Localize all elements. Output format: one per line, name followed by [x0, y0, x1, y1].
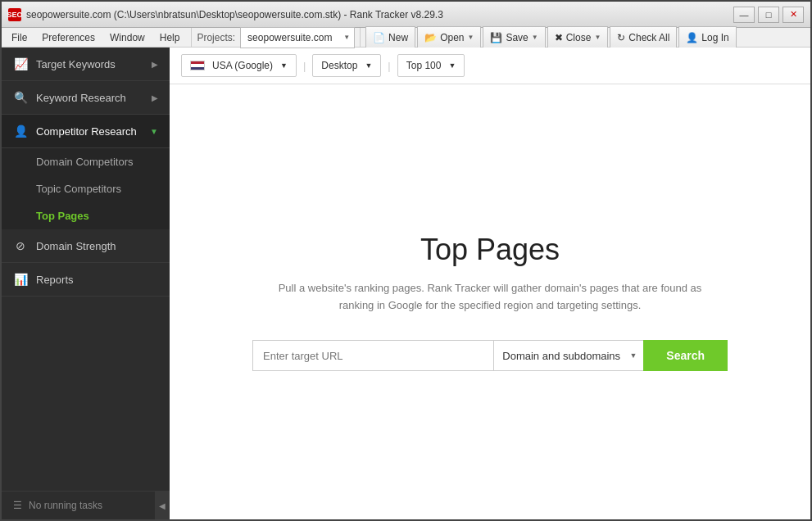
url-input[interactable] [252, 340, 493, 371]
save-arrow: ▼ [532, 34, 538, 41]
region-button[interactable]: USA (Google) ▼ [181, 54, 297, 77]
device-button[interactable]: Desktop ▼ [312, 54, 381, 77]
tasks-icon: ☰ [13, 500, 22, 511]
top-arrow: ▼ [448, 61, 456, 70]
open-button[interactable]: 📂 Open ▼ [417, 26, 481, 49]
search-button[interactable]: Search [643, 340, 728, 371]
menu-toolbar-divider [191, 28, 192, 48]
save-icon: 💾 [490, 32, 502, 43]
sidebar-collapse-button[interactable]: ◀ [155, 492, 170, 519]
minimize-button[interactable]: — [733, 7, 755, 23]
domain-strength-icon: ⊘ [13, 239, 28, 252]
sidebar-item-domain-strength[interactable]: ⊘ Domain Strength [2, 229, 170, 263]
sidebar-sub-domain-competitors[interactable]: Domain Competitors [2, 148, 170, 175]
divider-1 [360, 28, 361, 48]
target-keywords-arrow: ▶ [152, 60, 158, 69]
no-tasks-bar[interactable]: ☰ No running tasks ◀ [2, 492, 170, 519]
page-content: Top Pages Pull a website's ranking pages… [170, 84, 810, 519]
top-label: Top 100 [406, 60, 442, 71]
main-layout: 📈 Target Keywords ▶ 🔍 Keyword Research ▶… [2, 48, 810, 519]
reports-icon: 📊 [13, 273, 28, 286]
sidebar-item-reports[interactable]: 📊 Reports [2, 263, 170, 297]
sidebar-item-keyword-research[interactable]: 🔍 Keyword Research ▶ [2, 81, 170, 115]
menu-preferences[interactable]: Preferences [35, 29, 102, 47]
menu-file[interactable]: File [5, 29, 34, 47]
competitor-research-arrow: ▼ [150, 127, 158, 136]
toolbar-sep-1: | [303, 60, 306, 72]
open-icon: 📂 [424, 32, 437, 43]
user-icon: 👤 [686, 32, 698, 43]
app-window: SEO seopowersuite.com (C:\Users\nbratsun… [0, 0, 812, 521]
scope-select-wrapper: Domain and subdomainsDomain onlyURL and … [493, 340, 643, 371]
close-project-button[interactable]: ✖ Close ▼ [547, 26, 609, 49]
menu-bar: File Preferences Window Help Projects: s… [2, 28, 810, 48]
refresh-icon: ↻ [617, 32, 625, 43]
keyword-research-arrow: ▶ [152, 93, 158, 102]
new-icon: 📄 [373, 32, 385, 43]
flag-icon [190, 61, 205, 70]
open-arrow: ▼ [467, 34, 474, 41]
save-button[interactable]: 💾 Save ▼ [483, 26, 545, 49]
sidebar-sub-top-pages[interactable]: Top Pages [2, 202, 170, 229]
maximize-button[interactable]: □ [758, 7, 779, 23]
window-controls: — □ ✕ [733, 7, 804, 23]
menu-window[interactable]: Window [103, 29, 152, 47]
sidebar: 📈 Target Keywords ▶ 🔍 Keyword Research ▶… [2, 48, 170, 519]
project-dropdown[interactable]: seopowersuite.com [240, 27, 355, 48]
top-button[interactable]: Top 100 ▼ [397, 54, 465, 77]
app-icon: SEO [8, 8, 21, 21]
keyword-research-icon: 🔍 [13, 91, 28, 104]
page-title: Top Pages [420, 233, 560, 267]
search-row: Domain and subdomainsDomain onlyURL and … [252, 340, 728, 371]
competitor-research-submenu: Domain Competitors Topic Competitors Top… [2, 148, 170, 229]
title-bar: SEO seopowersuite.com (C:\Users\nbratsun… [2, 2, 810, 28]
target-keywords-icon: 📈 [13, 57, 28, 70]
sidebar-bottom: ☰ No running tasks ◀ [2, 491, 170, 519]
scope-select[interactable]: Domain and subdomainsDomain onlyURL and … [494, 340, 643, 371]
sidebar-item-target-keywords[interactable]: 📈 Target Keywords ▶ [2, 48, 170, 81]
window-title: seopowersuite.com (C:\Users\nbratsun\Des… [26, 9, 733, 20]
check-all-button[interactable]: ↻ Check All [610, 26, 677, 49]
page-description: Pull a website's ranking pages. Rank Tra… [269, 280, 711, 315]
device-arrow: ▼ [365, 61, 372, 70]
log-in-button[interactable]: 👤 Log In [678, 26, 736, 49]
sidebar-item-competitor-research[interactable]: 👤 Competitor Research ▼ [2, 115, 170, 148]
new-button[interactable]: 📄 New [365, 26, 415, 49]
region-arrow: ▼ [280, 61, 288, 70]
close-button[interactable]: ✕ [783, 7, 804, 23]
tasks-label: No running tasks [29, 500, 102, 511]
sidebar-sub-topic-competitors[interactable]: Topic Competitors [2, 175, 170, 202]
device-label: Desktop [321, 60, 357, 71]
projects-label: Projects: [197, 32, 235, 43]
menu-help[interactable]: Help [153, 29, 187, 47]
content-area: USA (Google) ▼ | Desktop ▼ | Top 100 ▼ T… [170, 48, 810, 519]
competitor-research-icon: 👤 [13, 125, 28, 138]
toolbar-sep-2: | [388, 60, 390, 72]
content-toolbar: USA (Google) ▼ | Desktop ▼ | Top 100 ▼ [170, 48, 810, 84]
close-arrow: ▼ [594, 34, 601, 41]
close-icon: ✖ [555, 32, 563, 43]
project-select[interactable]: seopowersuite.com [240, 27, 355, 48]
region-label: USA (Google) [212, 60, 273, 71]
